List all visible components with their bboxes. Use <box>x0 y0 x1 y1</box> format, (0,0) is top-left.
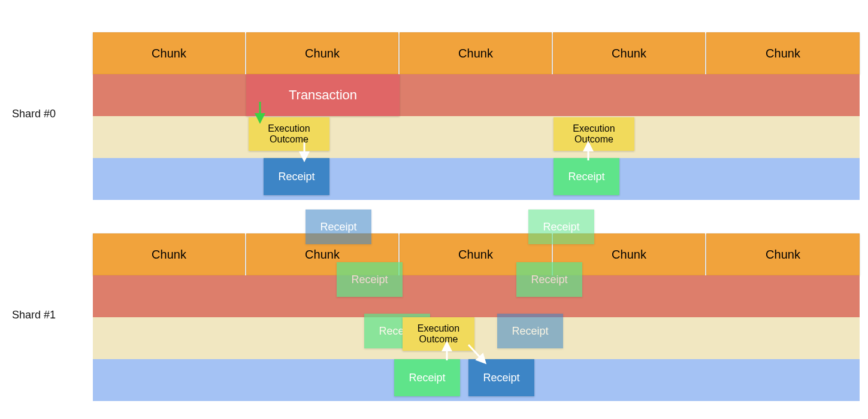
shard-1-label: Shard #1 <box>12 309 56 321</box>
receipt-s1-blue-right: Receipt <box>468 359 534 396</box>
shard-0-label: Shard #0 <box>12 108 56 120</box>
exo-line2: Outcome <box>270 134 309 144</box>
receipt-s1-blue-left: Receipt <box>394 359 460 396</box>
shard1-chunk-4: Chunk <box>706 233 860 275</box>
transaction-box: Transaction <box>246 74 400 116</box>
diagram-canvas: Shard #0 Chunk Chunk Chunk Chunk Chunk S… <box>0 0 868 419</box>
shard0-strip-blue <box>93 158 860 200</box>
shard1-strip-red <box>93 275 860 317</box>
receipt-float-blue: Receipt <box>306 210 371 244</box>
shard0-chunk-4: Chunk <box>706 32 860 74</box>
execution-outcome-s1: Execution Outcome <box>403 317 474 351</box>
exo-line2: Outcome <box>419 334 458 344</box>
execution-outcome-s0-right: Execution Outcome <box>554 117 634 151</box>
exo-line1: Execution <box>268 123 310 133</box>
shard0-chunk-3: Chunk <box>553 32 705 74</box>
receipt-s1-red-left: Receipt <box>337 262 403 297</box>
shard0-chunk-1: Chunk <box>246 32 398 74</box>
receipt-s1-red-right: Receipt <box>516 262 582 297</box>
exo-line1: Execution <box>418 323 459 333</box>
shard1-chunk-0: Chunk <box>93 233 245 275</box>
receipt-s0-green: Receipt <box>554 158 619 195</box>
shard1-strip-cream <box>93 317 860 359</box>
receipt-float-green: Receipt <box>528 210 594 244</box>
shard0-chunk-0: Chunk <box>93 32 245 74</box>
shard0-strip-cream <box>93 116 860 158</box>
shard0-chunk-2: Chunk <box>400 32 552 74</box>
exo-line1: Execution <box>573 123 615 133</box>
receipt-s1-cream-right: Receipt <box>497 314 563 348</box>
receipt-s0-blue: Receipt <box>264 158 329 195</box>
exo-line2: Outcome <box>574 134 613 144</box>
execution-outcome-s0-left: Execution Outcome <box>249 117 329 151</box>
shard0-strip-red <box>93 74 860 116</box>
